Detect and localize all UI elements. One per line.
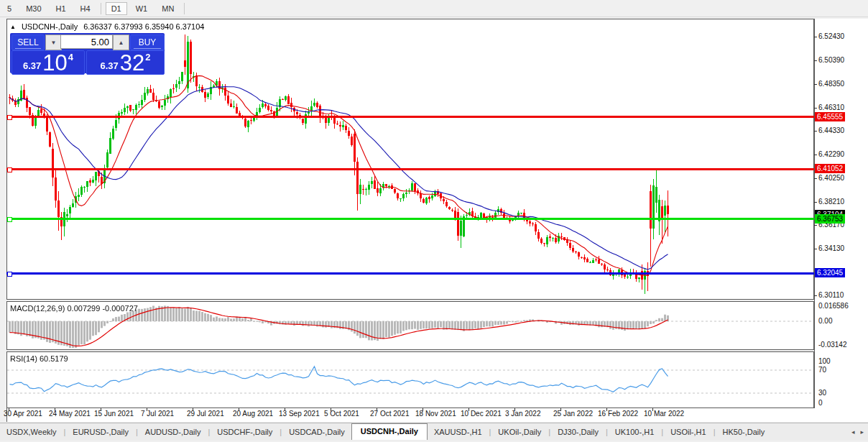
horizontal-line-6.45555[interactable]	[6, 116, 814, 118]
line-anchor[interactable]	[7, 217, 12, 222]
toolbar-separator	[184, 3, 185, 14]
tab-scroll-left-icon[interactable]: ◂	[851, 428, 855, 436]
price-axis-tick	[814, 178, 817, 179]
price-axis-label: 6.44330	[818, 126, 844, 134]
price-axis-badge: 6.36753	[815, 214, 845, 224]
sell-price[interactable]: 6.37 10 4	[11, 50, 85, 75]
chart-ohlc-values: 6.36337 6.37993 6.35940 6.37104	[83, 22, 204, 31]
sell-button-label: SELL	[17, 37, 38, 47]
tab-usdcad-daily[interactable]: USDCAD-,Daily	[282, 425, 351, 439]
timeframe-button-m30[interactable]: M30	[20, 2, 47, 15]
date-axis-tick	[331, 408, 331, 411]
rsi-label: RSI(14) 60.5179	[10, 354, 68, 363]
timeframe-button-mn[interactable]: MN	[156, 2, 180, 15]
price-axis-tick	[814, 249, 817, 249]
spin-down-icon: ▼	[51, 40, 57, 46]
volume-decrease-button[interactable]: ▼	[45, 34, 62, 50]
tab-hk50-daily[interactable]: HK50-,Daily	[716, 425, 772, 439]
price-axis-badge: 6.32045	[815, 268, 845, 277]
date-axis-label: 10 Mar 2022	[644, 410, 684, 418]
date-axis-label: 10 Dec 2021	[461, 410, 502, 418]
buy-price-small: 6.37	[100, 60, 118, 71]
tab-usdchf-daily[interactable]: USDCHF-,Daily	[211, 425, 279, 439]
price-axis-badge: 6.45555	[815, 112, 845, 121]
timeframe-button-d1[interactable]: D1	[106, 2, 127, 15]
price-axis-label: 6.50390	[818, 56, 844, 64]
price-axis-label: 6.34130	[818, 244, 844, 252]
tab-usdx-weekly[interactable]: USDX,Weekly	[0, 425, 63, 439]
price-axis-label: 6.40250	[818, 174, 844, 182]
date-axis-tick	[101, 408, 101, 411]
macd-label: MACD(12,26,9) 0.007299 -0.000727	[10, 304, 138, 313]
date-axis-tick	[514, 408, 515, 411]
date-axis-tick	[652, 408, 653, 411]
buy-button[interactable]: BUY	[130, 34, 165, 50]
tab-dj30-daily[interactable]: DJ30-,Daily	[551, 425, 605, 439]
price-axis-label: 6.48350	[818, 80, 844, 88]
volume-increase-button[interactable]: ▲	[113, 34, 129, 50]
date-axis-tick	[560, 408, 561, 411]
sell-price-small: 6.37	[23, 60, 41, 71]
line-anchor[interactable]	[7, 272, 12, 277]
tab-uk100-h1[interactable]: UK100-,H1	[609, 425, 660, 439]
date-axis-tick	[55, 408, 55, 411]
date-axis-label: 7 Jul 2021	[141, 410, 174, 418]
chart-header: ▲ USDCNH-,Daily 6.36337 6.37993 6.35940 …	[10, 22, 204, 31]
line-anchor[interactable]	[7, 115, 12, 120]
price-axis-label: 6.42290	[818, 150, 844, 158]
tab-audusd-daily[interactable]: AUDUSD-,Daily	[139, 425, 208, 439]
date-axis-tick	[285, 408, 285, 411]
tab-eurusd-daily[interactable]: EURUSD-,Daily	[66, 425, 135, 439]
price-axis-label: 6.38210	[818, 198, 844, 206]
date-axis-tick	[468, 408, 469, 411]
price-axis-badge: 6.41052	[815, 164, 845, 173]
timeframe-button-h1[interactable]: H1	[50, 2, 72, 15]
date-axis-tick	[193, 408, 193, 411]
date-axis-tick	[9, 408, 9, 411]
toolbar-separator	[101, 3, 101, 14]
date-axis-tick	[239, 408, 239, 411]
date-axis-tick	[147, 408, 147, 411]
tab-scroll-right-icon[interactable]: ▸	[860, 428, 864, 436]
price-axis-tick	[814, 37, 817, 37]
horizontal-line-6.32045[interactable]	[6, 272, 814, 275]
one-click-trading-panel: SELL ▼ ▲ BUY 6.37 10 4 6.37 32 2	[10, 33, 165, 73]
horizontal-line-6.36753[interactable]	[6, 218, 814, 220]
volume-input[interactable]	[60, 34, 113, 49]
buy-price[interactable]: 6.37 32 2	[86, 50, 165, 75]
timeframe-button-w1[interactable]: W1	[130, 2, 154, 15]
price-axis-label: 6.30110	[818, 291, 844, 299]
macd-axis-label: 0.016586	[818, 302, 849, 310]
collapse-panel-icon[interactable]: ▲	[10, 24, 16, 30]
sell-button[interactable]: SELL	[11, 34, 45, 50]
price-axis-tick	[814, 202, 817, 203]
buy-button-label: BUY	[139, 37, 157, 47]
rsi-axis-label: 100	[818, 357, 831, 365]
terminal-window: 5M30H1H4D1W1MN ▲ USDCNH-,Daily 6.36337 6…	[0, 0, 868, 442]
horizontal-line-6.41052[interactable]	[6, 168, 814, 170]
chart-title: USDCNH-,Daily	[22, 22, 78, 31]
tab-xauusd-h1[interactable]: XAUUSD-,H1	[428, 425, 489, 439]
macd-axis-label: -0.03142	[818, 341, 846, 349]
sell-price-sup: 4	[68, 52, 73, 63]
price-axis-tick	[814, 295, 817, 296]
rsi-axis-label: 0	[818, 399, 823, 407]
date-axis-tick	[377, 408, 377, 411]
price-axis-tick	[814, 108, 817, 109]
tab-usoil-h1[interactable]: USOil-,H1	[664, 425, 713, 439]
date-axis-label: 16 Feb 2022	[598, 410, 638, 418]
price-axis-label: 6.52430	[818, 32, 844, 40]
tab-ukoil-daily[interactable]: UKOil-,Daily	[491, 425, 548, 439]
timeframe-button-5[interactable]: 5	[1, 2, 17, 15]
buy-price-sup: 2	[145, 52, 150, 63]
price-axis-tick	[814, 155, 817, 155]
tab-usdcnh-daily[interactable]: USDCNH-,Daily	[351, 423, 428, 440]
date-axis-label: 18 Nov 2021	[415, 410, 456, 418]
date-axis-label: 30 Apr 2021	[4, 410, 42, 418]
rsi-canvas[interactable]	[7, 352, 813, 406]
date-axis-tick	[606, 408, 607, 411]
macd-axis-label: 0.00	[818, 317, 832, 325]
timeframe-button-h4[interactable]: H4	[75, 2, 96, 15]
date-axis-label: 5 Oct 2021	[324, 410, 359, 418]
line-anchor[interactable]	[7, 167, 12, 172]
